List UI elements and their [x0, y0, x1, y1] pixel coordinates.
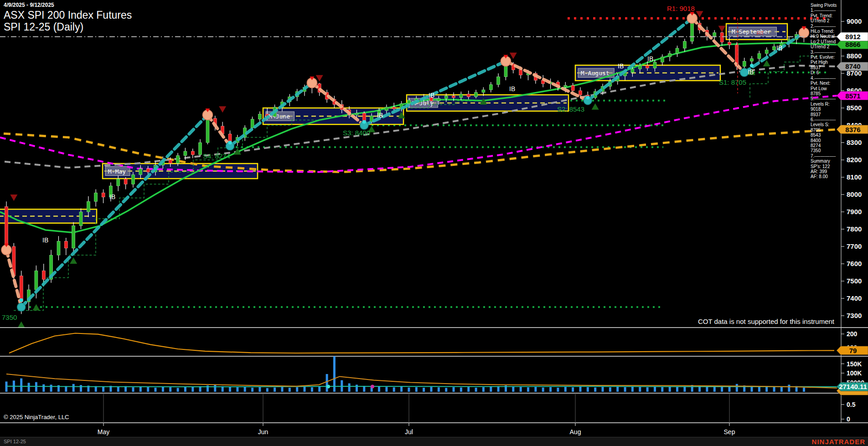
price-tick-label: 7600: [847, 260, 862, 267]
candle: [64, 241, 67, 248]
candle: [728, 42, 731, 45]
swing-pivots-line: Pvt Low: [811, 86, 840, 91]
swing-pivots-line: Summary: [811, 159, 840, 164]
swing-pivots-line: 5.--------------: [811, 96, 840, 101]
cot-tick-label: 0: [847, 415, 850, 423]
swing-pivots-panel: Swing Pivots1.--------------Pvt. Trend:U…: [811, 3, 840, 179]
volume-tick-label: 100K: [847, 369, 862, 377]
candle: [571, 86, 574, 91]
level-label: FIT: [757, 31, 764, 36]
ib-label: IB: [377, 112, 383, 119]
candle: [169, 160, 172, 164]
svg-text:8866: 8866: [845, 41, 860, 48]
price-tick-label: 7800: [847, 225, 862, 233]
candle: [475, 92, 478, 97]
ib-label: IB: [618, 62, 624, 70]
candle: [20, 276, 23, 302]
candle: [720, 33, 723, 42]
chart-window: M-MayM-JuneM-JulyM-AugustM-SeptemberIBIB…: [0, 0, 868, 446]
volume-tick-label: 150K: [847, 360, 862, 368]
svg-text:79: 79: [849, 347, 857, 354]
price-tick-label: 8800: [847, 52, 862, 60]
candle: [743, 61, 746, 66]
level-label: S4: 8274: [203, 152, 230, 160]
price-tick-label: 7500: [847, 277, 862, 285]
tab-spi-12-25[interactable]: SPI 12-25: [4, 439, 26, 444]
swing-pivot-low: [740, 68, 749, 77]
month-box-label: M-May: [108, 168, 126, 175]
candle: [773, 46, 776, 50]
price-tick-label: 8300: [847, 138, 862, 146]
candle: [385, 107, 388, 111]
month-box-label: M-August: [581, 70, 610, 77]
candle: [146, 169, 150, 172]
swing-pivots-line: 6.--------------: [811, 117, 840, 122]
candle: [631, 69, 634, 73]
price-tick-label: 8200: [847, 156, 862, 164]
price-tick-label: 8500: [847, 104, 862, 112]
copyright-text: © 2025 NinjaTrader, LLC: [4, 414, 69, 420]
swing-pivots-line: D: 6: [811, 70, 840, 75]
candle: [94, 193, 98, 201]
svg-text:8571: 8571: [845, 92, 860, 100]
candle: [750, 59, 754, 62]
candle: [199, 143, 202, 155]
candle: [117, 179, 120, 186]
svg-text:8376: 8376: [845, 126, 860, 133]
candle: [102, 193, 105, 197]
swing-pivots-line: 8543: [811, 133, 840, 138]
ib-label: IB: [776, 44, 782, 51]
candle: [452, 96, 455, 97]
swing-pivots-line: 8785: [811, 91, 840, 96]
swing-pivots-line: Swing Pivots: [811, 3, 840, 8]
level-label: S2: 8543: [557, 105, 584, 113]
candle: [393, 107, 396, 109]
swing-pivots-line: 4.--------------: [811, 76, 840, 81]
month-label: Aug: [570, 428, 581, 436]
candle: [72, 226, 75, 248]
candle: [497, 77, 500, 85]
candle: [132, 174, 135, 184]
svg-text:8740: 8740: [845, 62, 860, 70]
candle: [638, 66, 641, 69]
candle: [42, 271, 45, 279]
swing-pivots-line: 3.--------------: [811, 50, 840, 55]
pivot-dot-icon: [362, 120, 366, 123]
swing-pivots-line: 7.--------------: [811, 154, 840, 159]
level-label: S1: 8705: [719, 78, 746, 86]
price-tick-label: 7400: [847, 294, 862, 302]
swing-pivots-line: UTrend 2: [811, 18, 840, 23]
month-label: Jul: [405, 428, 413, 436]
level-label: 7350: [2, 313, 17, 321]
price-tick-label: 8100: [847, 173, 862, 181]
candle: [5, 207, 8, 246]
pivot-dot-icon: [228, 141, 232, 144]
contract-subtitle: SPI 12-25 (Daily): [4, 21, 132, 33]
candle: [489, 85, 492, 90]
swing-pivots-line: Pvt. Evolve:: [811, 55, 840, 60]
candle: [355, 113, 358, 115]
swing-pivots-line: Lo:2 UTrend: [811, 39, 840, 44]
candle: [79, 212, 83, 226]
oscillator-tick-label: 200: [847, 330, 858, 338]
candle: [87, 201, 90, 212]
price-chart-canvas[interactable]: M-MayM-JuneM-JulyM-AugustM-SeptemberIBIB…: [0, 0, 868, 446]
candle: [184, 151, 187, 156]
tab-bar: SPI 12-25 NINJATRADER: [0, 437, 868, 446]
month-label: Sep: [724, 428, 735, 436]
candle: [35, 271, 38, 290]
level-label: S3: 8400: [343, 129, 370, 137]
candle: [57, 241, 60, 255]
candle: [124, 179, 127, 184]
ib-label: IB: [42, 236, 48, 244]
swing-pivots-line: AR: 399: [811, 169, 840, 174]
candle: [646, 66, 649, 68]
swing-pivots-line: 9018: [811, 107, 840, 112]
ib-label: IB: [509, 85, 515, 92]
swing-pivots-line: 8937: [811, 112, 840, 117]
candle: [258, 114, 261, 119]
cot-tick-label: 0.5: [847, 401, 856, 408]
swing-pivots-line: HiLo Trend:: [811, 29, 840, 34]
swing-pivots-line: 8400: [811, 138, 840, 143]
month-label: Jun: [258, 428, 269, 436]
